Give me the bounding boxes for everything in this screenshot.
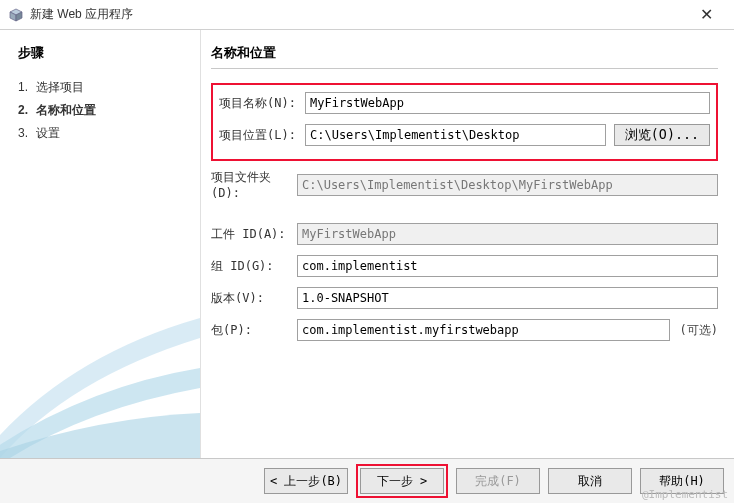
label-version: 版本(V): (211, 290, 297, 307)
sidebar: 步骤 1.选择项目 2.名称和位置 3.设置 (0, 30, 200, 458)
label-project-name: 项目名称(N): (219, 95, 305, 112)
highlighted-fields: 项目名称(N): 项目位置(L): 浏览(O)... (211, 83, 718, 161)
row-project-location: 项目位置(L): 浏览(O)... (219, 123, 710, 147)
project-location-input[interactable] (305, 124, 606, 146)
optional-hint: (可选) (680, 322, 718, 339)
row-project-folder: 项目文件夹(D): (211, 169, 718, 200)
label-artifact-id: 工件 ID(A): (211, 226, 297, 243)
app-icon (8, 7, 24, 23)
label-group-id: 组 ID(G): (211, 258, 297, 275)
button-bar: < 上一步(B) 下一步 > 完成(F) 取消 帮助(H) (0, 458, 734, 503)
row-artifact-id: 工件 ID(A): (211, 222, 718, 246)
row-version: 版本(V): (211, 286, 718, 310)
project-name-input[interactable] (305, 92, 710, 114)
content-panel: 名称和位置 项目名称(N): 项目位置(L): 浏览(O)... 项目文件夹(D… (200, 30, 734, 458)
next-button[interactable]: 下一步 > (360, 468, 444, 494)
project-folder-input (297, 174, 718, 196)
step-select-project: 1.选择项目 (18, 76, 182, 99)
row-group-id: 组 ID(G): (211, 254, 718, 278)
panel-heading: 名称和位置 (211, 44, 718, 69)
label-project-folder: 项目文件夹(D): (211, 169, 297, 200)
steps-list: 1.选择项目 2.名称和位置 3.设置 (18, 76, 182, 145)
main-area: 步骤 1.选择项目 2.名称和位置 3.设置 名称和位置 项目名称(N): 项目… (0, 30, 734, 458)
steps-heading: 步骤 (18, 44, 182, 62)
version-input[interactable] (297, 287, 718, 309)
row-package: 包(P): (可选) (211, 318, 718, 342)
cancel-button[interactable]: 取消 (548, 468, 632, 494)
title-bar: 新建 Web 应用程序 ✕ (0, 0, 734, 30)
label-project-location: 项目位置(L): (219, 127, 305, 144)
back-button[interactable]: < 上一步(B) (264, 468, 348, 494)
package-input[interactable] (297, 319, 670, 341)
artifact-id-input (297, 223, 718, 245)
help-button[interactable]: 帮助(H) (640, 468, 724, 494)
step-name-location: 2.名称和位置 (18, 99, 182, 122)
finish-button: 完成(F) (456, 468, 540, 494)
decorative-swoosh (0, 258, 200, 458)
close-icon[interactable]: ✕ (686, 5, 726, 24)
group-id-input[interactable] (297, 255, 718, 277)
browse-button[interactable]: 浏览(O)... (614, 124, 710, 146)
window-title: 新建 Web 应用程序 (30, 6, 686, 23)
row-project-name: 项目名称(N): (219, 91, 710, 115)
next-highlight: 下一步 > (356, 464, 448, 498)
label-package: 包(P): (211, 322, 297, 339)
step-settings: 3.设置 (18, 122, 182, 145)
